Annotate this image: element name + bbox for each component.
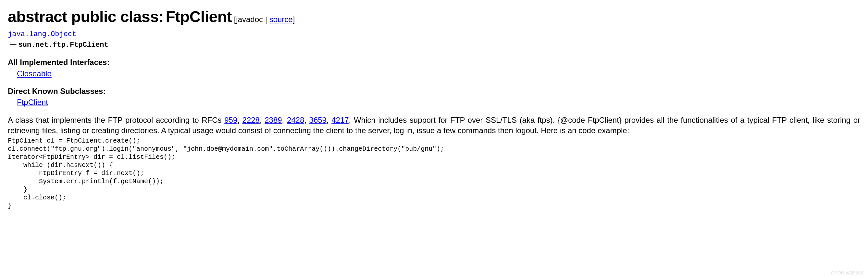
rfc-link[interactable]: 4217 <box>332 116 349 124</box>
class-title-line: abstract public class: FtpClient [javado… <box>8 6 860 28</box>
source-link[interactable]: source <box>270 15 293 24</box>
hierarchy-child: sun.net.ftp.FtpClient <box>19 41 108 49</box>
rfc-link-list: 959, 2228, 2389, 2428, 3659, 4217 <box>224 116 349 124</box>
desc-pre-rfc: A class that implements the FTP protocol… <box>8 116 224 124</box>
class-hierarchy: java.lang.Object └─ sun.net.ftp.FtpClien… <box>8 29 860 50</box>
bracket-close: ] <box>293 15 295 24</box>
class-name: FtpClient <box>166 8 232 25</box>
code-example: FtpClient cl = FtpClient.create(); cl.co… <box>8 137 860 210</box>
interface-link-closeable[interactable]: Closeable <box>17 69 52 78</box>
direct-subclasses-heading: Direct Known Subclasses: <box>8 86 860 96</box>
title-sep: | <box>263 15 270 24</box>
title-meta: [javadoc | source] <box>234 15 295 24</box>
implemented-interfaces-heading: All Implemented Interfaces: <box>8 57 860 67</box>
rfc-link[interactable]: 959 <box>224 116 237 124</box>
rfc-link[interactable]: 2389 <box>265 116 282 124</box>
class-description: A class that implements the FTP protocol… <box>8 115 860 136</box>
subclass-link-ftpclient[interactable]: FtpClient <box>17 98 48 106</box>
tree-branch-icon: └─ <box>8 40 16 50</box>
javadoc-label: javadoc <box>236 15 263 24</box>
rfc-link[interactable]: 2428 <box>287 116 304 124</box>
class-modifiers: abstract public class: <box>8 8 164 25</box>
rfc-link[interactable]: 3659 <box>309 116 327 124</box>
hierarchy-root-link[interactable]: java.lang.Object <box>8 30 76 38</box>
rfc-link[interactable]: 2228 <box>243 116 260 124</box>
